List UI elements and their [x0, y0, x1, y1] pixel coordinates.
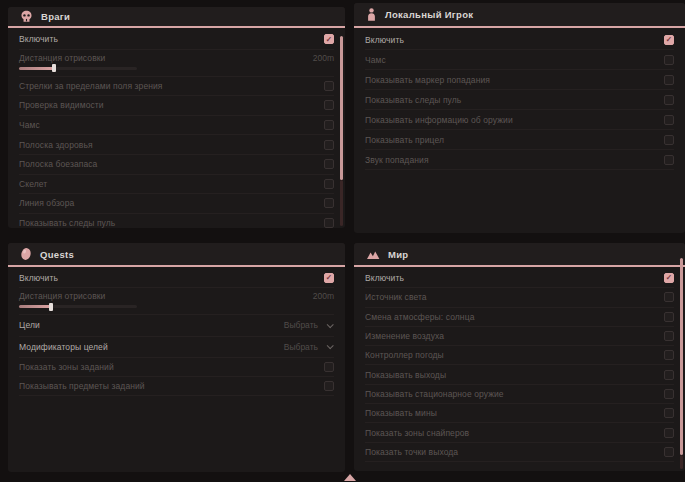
setting-row[interactable]: Показывать информацию об оружии [365, 110, 674, 130]
setting-row[interactable]: Показывать мины [365, 404, 674, 423]
checkbox[interactable] [324, 218, 334, 228]
checkbox[interactable] [664, 370, 674, 380]
panel-quests-header[interactable]: Quests [8, 243, 345, 267]
panel-quests: Quests Включить✓Дистанция отрисовки200mЦ… [8, 243, 345, 472]
panel-enemies-rows: Включить✓Дистанция отрисовки200mСтрелки … [8, 28, 345, 228]
checkbox[interactable] [664, 350, 674, 360]
panel-title: Мир [388, 249, 408, 260]
slider-handle[interactable] [49, 303, 53, 311]
checkbox[interactable] [324, 179, 334, 189]
checkbox[interactable] [324, 362, 334, 372]
setting-row[interactable]: Стрелки за пределами поля зрения [19, 77, 334, 97]
check-icon: ✓ [326, 274, 332, 282]
slider-handle[interactable] [52, 64, 56, 72]
checkbox[interactable] [664, 447, 674, 457]
checkbox[interactable] [664, 75, 674, 85]
setting-row[interactable]: Показывать выходы [365, 365, 674, 384]
checkbox[interactable] [324, 100, 334, 110]
setting-row[interactable]: Показывать следы пуль [365, 90, 674, 110]
setting-row[interactable]: Звук попадания [365, 150, 674, 170]
checkbox[interactable] [324, 159, 334, 169]
slider-value: 200m [313, 291, 334, 301]
chevron-down-icon [327, 343, 334, 350]
setting-row[interactable]: Линия обзора [19, 194, 334, 214]
setting-row[interactable]: Дистанция отрисовки200m [19, 50, 334, 77]
scrollbar-track[interactable] [680, 455, 683, 469]
slider-track[interactable] [19, 67, 137, 70]
setting-row[interactable]: Скелет [19, 175, 334, 195]
checkbox[interactable] [664, 389, 674, 399]
scrollbar-track[interactable] [340, 180, 343, 226]
setting-row[interactable]: Показать зоны заданий [19, 358, 334, 377]
setting-row[interactable]: Контроллер погоды [365, 346, 674, 365]
setting-row[interactable]: Модификаторы целейВыбрать [19, 337, 334, 359]
checkbox[interactable] [664, 408, 674, 418]
setting-row[interactable]: Показывать следы пуль [19, 214, 334, 228]
setting-row[interactable]: ЦелиВыбрать [19, 315, 334, 337]
setting-row[interactable]: Изменение воздуха [365, 327, 674, 346]
dropdown-select[interactable]: Выбрать [284, 342, 334, 352]
setting-row[interactable]: Чамс [19, 116, 334, 136]
setting-row[interactable]: Показать точки выхода [365, 443, 674, 462]
panel-local-player-rows: Включить✓ЧамсПоказывать маркер попадания… [354, 28, 685, 170]
setting-row[interactable]: Показывать стационарное оружие [365, 385, 674, 404]
panel-title: Quests [40, 249, 74, 260]
setting-row[interactable]: Смена атмосферы: солнца [365, 308, 674, 327]
dropdown-value: Выбрать [284, 320, 318, 330]
setting-row[interactable]: Полоска здоровья [19, 135, 334, 155]
slider-track[interactable] [19, 305, 137, 308]
panel-enemies: Враги Включить✓Дистанция отрисовки200mСт… [8, 7, 345, 228]
setting-row[interactable]: Показывать маркер попадания [365, 70, 674, 90]
setting-row[interactable]: Дистанция отрисовки200m [19, 288, 334, 315]
checkbox[interactable] [324, 140, 334, 150]
setting-label: Включить [365, 35, 404, 45]
checkbox[interactable] [664, 95, 674, 105]
setting-row[interactable]: Включить✓ [365, 269, 674, 288]
setting-row[interactable]: Показывать прицел [365, 130, 674, 150]
checkbox[interactable] [664, 115, 674, 125]
setting-label: Показывать следы пуль [19, 218, 115, 228]
triangle-up-icon[interactable] [344, 474, 356, 481]
setting-row[interactable]: Источник света [365, 288, 674, 307]
panel-title: Враги [41, 11, 70, 22]
setting-row[interactable]: Проверка видимости [19, 96, 334, 116]
panel-enemies-header[interactable]: Враги [8, 7, 345, 28]
setting-row[interactable]: Показать зоны снайперов [365, 423, 674, 442]
check-icon: ✓ [666, 274, 672, 282]
setting-row[interactable]: Включить✓ [365, 30, 674, 50]
checkbox[interactable] [664, 331, 674, 341]
scrollbar-thumb[interactable] [680, 258, 683, 455]
setting-row[interactable]: Включить✓ [19, 30, 334, 50]
setting-row[interactable]: Чамс [365, 50, 674, 70]
checkbox[interactable] [664, 312, 674, 322]
panel-title: Локальный Игрок [385, 9, 473, 20]
checkbox[interactable] [664, 135, 674, 145]
setting-row[interactable]: Показывать предметы заданий [19, 377, 334, 396]
checkbox[interactable]: ✓ [324, 273, 334, 283]
checkbox[interactable]: ✓ [664, 35, 674, 45]
setting-row[interactable]: Полоска боезапаса [19, 155, 334, 175]
checkbox[interactable] [324, 198, 334, 208]
setting-label: Показать зоны заданий [19, 362, 114, 372]
checkbox[interactable] [664, 155, 674, 165]
checkbox[interactable] [324, 120, 334, 130]
checkbox[interactable]: ✓ [664, 273, 674, 283]
checkbox[interactable] [324, 81, 334, 91]
dropdown-select[interactable]: Выбрать [284, 320, 334, 330]
setting-row[interactable]: Включить✓ [19, 269, 334, 288]
setting-label: Включить [365, 273, 404, 283]
checkbox[interactable] [664, 55, 674, 65]
setting-label: Показывать стационарное оружие [365, 389, 504, 399]
setting-label: Включить [19, 34, 58, 44]
scrollbar-thumb[interactable] [340, 36, 343, 180]
slider-value: 200m [313, 53, 334, 63]
checkbox[interactable] [664, 428, 674, 438]
check-icon: ✓ [326, 36, 332, 44]
panel-world-header[interactable]: Мир [354, 243, 685, 267]
setting-label: Включить [19, 273, 58, 283]
checkbox[interactable] [324, 381, 334, 391]
panel-local-player-header[interactable]: Локальный Игрок [354, 3, 685, 28]
checkbox[interactable]: ✓ [324, 34, 334, 44]
panel-world: Мир Включить✓Источник светаСмена атмосфе… [354, 243, 685, 471]
checkbox[interactable] [664, 292, 674, 302]
